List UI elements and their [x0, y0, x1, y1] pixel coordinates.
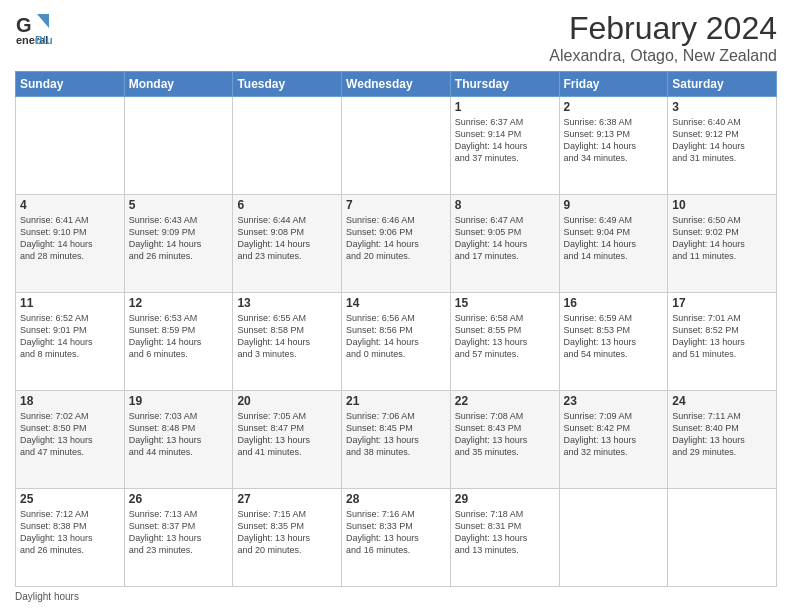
- day-header: Friday: [559, 72, 668, 97]
- calendar-cell: 6Sunrise: 6:44 AM Sunset: 9:08 PM Daylig…: [233, 195, 342, 293]
- day-number: 11: [20, 296, 120, 310]
- calendar-cell: 15Sunrise: 6:58 AM Sunset: 8:55 PM Dayli…: [450, 293, 559, 391]
- calendar-cell: 24Sunrise: 7:11 AM Sunset: 8:40 PM Dayli…: [668, 391, 777, 489]
- calendar-cell: 13Sunrise: 6:55 AM Sunset: 8:58 PM Dayli…: [233, 293, 342, 391]
- calendar-cell: 17Sunrise: 7:01 AM Sunset: 8:52 PM Dayli…: [668, 293, 777, 391]
- day-number: 14: [346, 296, 446, 310]
- calendar-cell: 12Sunrise: 6:53 AM Sunset: 8:59 PM Dayli…: [124, 293, 233, 391]
- day-info: Sunrise: 6:59 AM Sunset: 8:53 PM Dayligh…: [564, 312, 664, 361]
- calendar-cell: 11Sunrise: 6:52 AM Sunset: 9:01 PM Dayli…: [16, 293, 125, 391]
- header: G eneral Blue February 2024 Alexandra, O…: [15, 10, 777, 65]
- calendar-cell: [668, 489, 777, 587]
- calendar-cell: 27Sunrise: 7:15 AM Sunset: 8:35 PM Dayli…: [233, 489, 342, 587]
- calendar-table: SundayMondayTuesdayWednesdayThursdayFrid…: [15, 71, 777, 587]
- day-info: Sunrise: 7:15 AM Sunset: 8:35 PM Dayligh…: [237, 508, 337, 557]
- day-number: 21: [346, 394, 446, 408]
- calendar-cell: 7Sunrise: 6:46 AM Sunset: 9:06 PM Daylig…: [342, 195, 451, 293]
- day-header: Saturday: [668, 72, 777, 97]
- day-info: Sunrise: 7:05 AM Sunset: 8:47 PM Dayligh…: [237, 410, 337, 459]
- day-number: 1: [455, 100, 555, 114]
- day-number: 22: [455, 394, 555, 408]
- day-info: Sunrise: 6:44 AM Sunset: 9:08 PM Dayligh…: [237, 214, 337, 263]
- day-header: Tuesday: [233, 72, 342, 97]
- day-info: Sunrise: 7:11 AM Sunset: 8:40 PM Dayligh…: [672, 410, 772, 459]
- calendar-week: 11Sunrise: 6:52 AM Sunset: 9:01 PM Dayli…: [16, 293, 777, 391]
- day-header: Sunday: [16, 72, 125, 97]
- day-number: 6: [237, 198, 337, 212]
- day-info: Sunrise: 7:06 AM Sunset: 8:45 PM Dayligh…: [346, 410, 446, 459]
- calendar-cell: 29Sunrise: 7:18 AM Sunset: 8:31 PM Dayli…: [450, 489, 559, 587]
- day-number: 7: [346, 198, 446, 212]
- calendar-cell: 10Sunrise: 6:50 AM Sunset: 9:02 PM Dayli…: [668, 195, 777, 293]
- day-number: 8: [455, 198, 555, 212]
- day-number: 4: [20, 198, 120, 212]
- calendar-cell: 19Sunrise: 7:03 AM Sunset: 8:48 PM Dayli…: [124, 391, 233, 489]
- calendar-week: 4Sunrise: 6:41 AM Sunset: 9:10 PM Daylig…: [16, 195, 777, 293]
- calendar-cell: [233, 97, 342, 195]
- calendar-cell: 25Sunrise: 7:12 AM Sunset: 8:38 PM Dayli…: [16, 489, 125, 587]
- day-number: 2: [564, 100, 664, 114]
- calendar-cell: 26Sunrise: 7:13 AM Sunset: 8:37 PM Dayli…: [124, 489, 233, 587]
- day-header: Wednesday: [342, 72, 451, 97]
- footer-text: Daylight hours: [15, 591, 79, 602]
- day-number: 24: [672, 394, 772, 408]
- day-header: Monday: [124, 72, 233, 97]
- day-info: Sunrise: 7:09 AM Sunset: 8:42 PM Dayligh…: [564, 410, 664, 459]
- calendar-cell: 2Sunrise: 6:38 AM Sunset: 9:13 PM Daylig…: [559, 97, 668, 195]
- calendar-cell: 3Sunrise: 6:40 AM Sunset: 9:12 PM Daylig…: [668, 97, 777, 195]
- calendar-cell: [342, 97, 451, 195]
- calendar-cell: 5Sunrise: 6:43 AM Sunset: 9:09 PM Daylig…: [124, 195, 233, 293]
- day-number: 20: [237, 394, 337, 408]
- day-info: Sunrise: 6:49 AM Sunset: 9:04 PM Dayligh…: [564, 214, 664, 263]
- day-info: Sunrise: 7:02 AM Sunset: 8:50 PM Dayligh…: [20, 410, 120, 459]
- day-number: 5: [129, 198, 229, 212]
- day-number: 13: [237, 296, 337, 310]
- calendar-week: 25Sunrise: 7:12 AM Sunset: 8:38 PM Dayli…: [16, 489, 777, 587]
- day-number: 10: [672, 198, 772, 212]
- day-info: Sunrise: 6:52 AM Sunset: 9:01 PM Dayligh…: [20, 312, 120, 361]
- calendar-cell: [16, 97, 125, 195]
- day-number: 26: [129, 492, 229, 506]
- calendar-cell: 9Sunrise: 6:49 AM Sunset: 9:04 PM Daylig…: [559, 195, 668, 293]
- day-info: Sunrise: 7:18 AM Sunset: 8:31 PM Dayligh…: [455, 508, 555, 557]
- day-number: 25: [20, 492, 120, 506]
- day-info: Sunrise: 7:16 AM Sunset: 8:33 PM Dayligh…: [346, 508, 446, 557]
- day-info: Sunrise: 6:58 AM Sunset: 8:55 PM Dayligh…: [455, 312, 555, 361]
- calendar-cell: 23Sunrise: 7:09 AM Sunset: 8:42 PM Dayli…: [559, 391, 668, 489]
- calendar-cell: 16Sunrise: 6:59 AM Sunset: 8:53 PM Dayli…: [559, 293, 668, 391]
- day-info: Sunrise: 6:46 AM Sunset: 9:06 PM Dayligh…: [346, 214, 446, 263]
- day-info: Sunrise: 6:50 AM Sunset: 9:02 PM Dayligh…: [672, 214, 772, 263]
- day-info: Sunrise: 7:08 AM Sunset: 8:43 PM Dayligh…: [455, 410, 555, 459]
- calendar-cell: 1Sunrise: 6:37 AM Sunset: 9:14 PM Daylig…: [450, 97, 559, 195]
- day-number: 19: [129, 394, 229, 408]
- month-title: February 2024: [549, 10, 777, 47]
- calendar-week: 18Sunrise: 7:02 AM Sunset: 8:50 PM Dayli…: [16, 391, 777, 489]
- logo-icon: G eneral Blue: [15, 10, 53, 52]
- day-number: 16: [564, 296, 664, 310]
- day-number: 17: [672, 296, 772, 310]
- day-info: Sunrise: 6:55 AM Sunset: 8:58 PM Dayligh…: [237, 312, 337, 361]
- day-info: Sunrise: 6:41 AM Sunset: 9:10 PM Dayligh…: [20, 214, 120, 263]
- logo: G eneral Blue: [15, 10, 57, 52]
- day-info: Sunrise: 7:03 AM Sunset: 8:48 PM Dayligh…: [129, 410, 229, 459]
- day-number: 15: [455, 296, 555, 310]
- calendar-cell: 22Sunrise: 7:08 AM Sunset: 8:43 PM Dayli…: [450, 391, 559, 489]
- day-number: 12: [129, 296, 229, 310]
- location-title: Alexandra, Otago, New Zealand: [549, 47, 777, 65]
- calendar-cell: 18Sunrise: 7:02 AM Sunset: 8:50 PM Dayli…: [16, 391, 125, 489]
- day-number: 28: [346, 492, 446, 506]
- day-info: Sunrise: 6:53 AM Sunset: 8:59 PM Dayligh…: [129, 312, 229, 361]
- day-number: 23: [564, 394, 664, 408]
- day-info: Sunrise: 7:12 AM Sunset: 8:38 PM Dayligh…: [20, 508, 120, 557]
- calendar-cell: 28Sunrise: 7:16 AM Sunset: 8:33 PM Dayli…: [342, 489, 451, 587]
- day-info: Sunrise: 6:38 AM Sunset: 9:13 PM Dayligh…: [564, 116, 664, 165]
- footer: Daylight hours: [15, 591, 777, 602]
- day-header: Thursday: [450, 72, 559, 97]
- day-number: 3: [672, 100, 772, 114]
- day-number: 9: [564, 198, 664, 212]
- calendar-cell: 20Sunrise: 7:05 AM Sunset: 8:47 PM Dayli…: [233, 391, 342, 489]
- calendar-week: 1Sunrise: 6:37 AM Sunset: 9:14 PM Daylig…: [16, 97, 777, 195]
- title-block: February 2024 Alexandra, Otago, New Zeal…: [549, 10, 777, 65]
- day-info: Sunrise: 7:13 AM Sunset: 8:37 PM Dayligh…: [129, 508, 229, 557]
- svg-text:G: G: [16, 14, 32, 36]
